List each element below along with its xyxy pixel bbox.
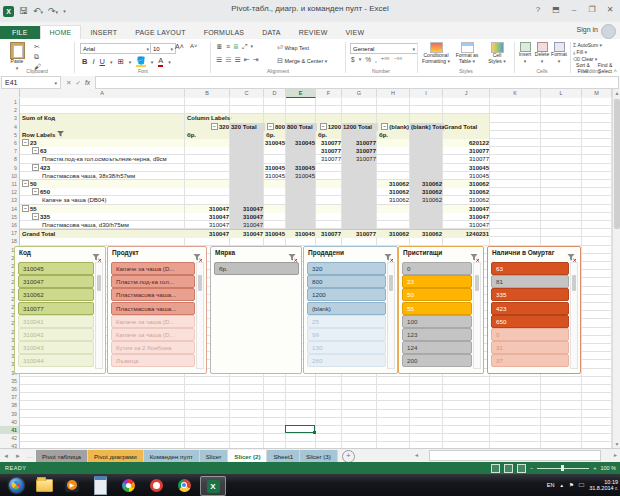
- collapse-icon[interactable]: −: [32, 188, 39, 195]
- row-header-10[interactable]: 10: [0, 172, 19, 180]
- sheet-tab-slicer-3[interactable]: Slicer (3): [300, 450, 338, 463]
- pivot-table[interactable]: Sum of КодColumn Labels ▾−320320 Total−8…: [20, 114, 490, 237]
- clear-filter-icon[interactable]: [384, 249, 394, 259]
- slicer-scroll-thumb[interactable]: [572, 275, 576, 291]
- pivot-col-header[interactable]: −800: [264, 123, 287, 131]
- zoom-slider-thumb[interactable]: [561, 465, 564, 471]
- pivot-value[interactable]: 310077: [316, 230, 343, 238]
- collapse-icon[interactable]: −: [267, 123, 274, 130]
- pivot-value[interactable]: 310077: [443, 155, 491, 163]
- pivot-value[interactable]: 310047: [185, 221, 231, 229]
- pivot-value[interactable]: 310047: [443, 213, 491, 221]
- slicer-item-37[interactable]: 37: [491, 354, 569, 367]
- slicer-item-Кутия за 2 бонбона[interactable]: Кутия за 2 бонбона: [111, 341, 195, 354]
- pivot-value[interactable]: 310077: [342, 155, 378, 163]
- row-header-37[interactable]: 37: [0, 393, 19, 401]
- sheet-tab-команден-пулт[interactable]: Команден пулт: [144, 450, 200, 463]
- tray-language[interactable]: EN: [547, 482, 555, 488]
- collapse-icon[interactable]: −: [32, 147, 39, 154]
- row-header-2[interactable]: 2: [0, 106, 19, 114]
- row-header-41[interactable]: 41: [0, 426, 19, 434]
- pivot-col-header[interactable]: Grand Total: [443, 123, 491, 131]
- pivot-value[interactable]: 310077: [316, 155, 343, 163]
- page-break-view-icon[interactable]: [517, 464, 526, 473]
- column-header-B[interactable]: B: [185, 89, 230, 97]
- pivot-value[interactable]: 620122: [443, 139, 491, 147]
- row-header-8[interactable]: 8: [0, 155, 19, 163]
- slicer-item-800[interactable]: 800: [307, 275, 386, 288]
- column-header-I[interactable]: I: [410, 89, 443, 97]
- column-header-H[interactable]: H: [377, 89, 410, 97]
- vertical-scrollbar[interactable]: ▲ ▼: [612, 89, 620, 448]
- column-header-G[interactable]: G: [342, 89, 377, 97]
- pivot-row-label[interactable]: Пластмасова чаша, 38x38/h57мм: [20, 172, 207, 180]
- formula-input[interactable]: [95, 76, 619, 89]
- excel-taskbar-button[interactable]: X: [200, 476, 226, 496]
- name-box[interactable]: E41▾: [1, 76, 61, 89]
- pivot-value[interactable]: 310062: [377, 188, 411, 196]
- slicer-item-Капаче за чаша (D...[interactable]: Капаче за чаша (D...: [111, 328, 195, 341]
- pivot-row-label[interactable]: −50: [20, 180, 187, 188]
- slicer-scroll-thumb[interactable]: [198, 275, 202, 291]
- slicer-scroll-thumb[interactable]: [389, 275, 393, 291]
- column-header-M[interactable]: M: [582, 89, 612, 97]
- ribbon-tab-page-layout[interactable]: PAGE LAYOUT: [126, 26, 195, 39]
- clear-filter-icon[interactable]: [470, 249, 480, 259]
- pivot-value[interactable]: 310045: [286, 139, 317, 147]
- selected-cell-e41[interactable]: [285, 425, 315, 433]
- row-header-1[interactable]: 1: [0, 98, 19, 106]
- pivot-row-labels[interactable]: Row Labels: [20, 131, 187, 139]
- row-header-11[interactable]: 11: [0, 180, 19, 188]
- normal-view-icon[interactable]: [491, 464, 500, 473]
- slicer-item-Пластмасова чаша...[interactable]: Пластмасова чаша...: [111, 288, 195, 301]
- slicer-item-50[interactable]: 50: [402, 288, 472, 301]
- pivot-value[interactable]: 310045: [286, 230, 317, 238]
- row-header-3[interactable]: 3: [0, 114, 19, 122]
- slicer-item-Капаче за чаша (D...[interactable]: Капаче за чаша (D...: [111, 315, 195, 328]
- slicer-item-(blank)[interactable]: (blank): [307, 302, 386, 315]
- pivot-value[interactable]: 310077: [342, 139, 378, 147]
- row-header-38[interactable]: 38: [0, 401, 19, 409]
- pivot-value[interactable]: 310047: [230, 221, 265, 229]
- collapse-icon[interactable]: −: [22, 205, 29, 212]
- slicer-item-310062[interactable]: 310062: [18, 288, 94, 301]
- slicer-item-23[interactable]: 23: [402, 275, 472, 288]
- slicer-scroll-thumb[interactable]: [475, 275, 479, 291]
- sheet-tab-sheet1[interactable]: Sheet1: [267, 450, 300, 463]
- pivot-value[interactable]: 310062: [410, 188, 444, 196]
- collapse-icon[interactable]: −: [32, 164, 39, 171]
- row-header-12[interactable]: 12: [0, 188, 19, 196]
- slicer-Продадени[interactable]: Продадени3208001200(blank)2599130260: [303, 246, 398, 374]
- row-header-7[interactable]: 7: [0, 147, 19, 155]
- pivot-value[interactable]: 310062: [410, 196, 444, 204]
- zoom-slider[interactable]: [537, 468, 589, 469]
- column-header-L[interactable]: L: [541, 89, 582, 97]
- column-header-D[interactable]: D: [264, 89, 286, 97]
- pivot-col-header[interactable]: 800 Total: [286, 123, 317, 131]
- row-header-15[interactable]: 15: [0, 213, 19, 221]
- column-header-A[interactable]: A: [20, 89, 185, 97]
- slicer-item-310047[interactable]: 310047: [18, 275, 94, 288]
- slicer-scrollbar[interactable]: [95, 262, 103, 369]
- sign-in-link[interactable]: Sign in: [577, 26, 598, 33]
- pivot-value[interactable]: 1240231: [443, 230, 491, 238]
- pivot-col-header[interactable]: −320: [185, 123, 231, 131]
- row-header-6[interactable]: 6: [0, 139, 19, 147]
- pivot-value[interactable]: 310077: [342, 147, 378, 155]
- pivot-value[interactable]: 310045: [443, 164, 491, 172]
- pivot-row-label[interactable]: −23: [20, 139, 187, 147]
- pivot-row-label[interactable]: −55: [20, 205, 187, 213]
- pivot-value[interactable]: 310062: [377, 196, 411, 204]
- fill-handle[interactable]: [313, 431, 316, 434]
- help-button[interactable]: ?: [530, 2, 546, 16]
- pivot-value[interactable]: 310047: [230, 230, 265, 238]
- ribbon-tab-file[interactable]: FILE: [0, 26, 40, 39]
- slicer-item-320[interactable]: 320: [307, 262, 386, 275]
- slicer-item-Лъжица[interactable]: Лъжица: [111, 354, 195, 367]
- scroll-down-icon[interactable]: ▼: [613, 440, 620, 448]
- column-header-F[interactable]: F: [316, 89, 342, 97]
- slicer-item-130[interactable]: 130: [307, 341, 386, 354]
- pivot-value[interactable]: 310047: [443, 221, 491, 229]
- slicer-scrollbar[interactable]: [570, 262, 578, 369]
- pivot-value[interactable]: 310062: [443, 180, 491, 188]
